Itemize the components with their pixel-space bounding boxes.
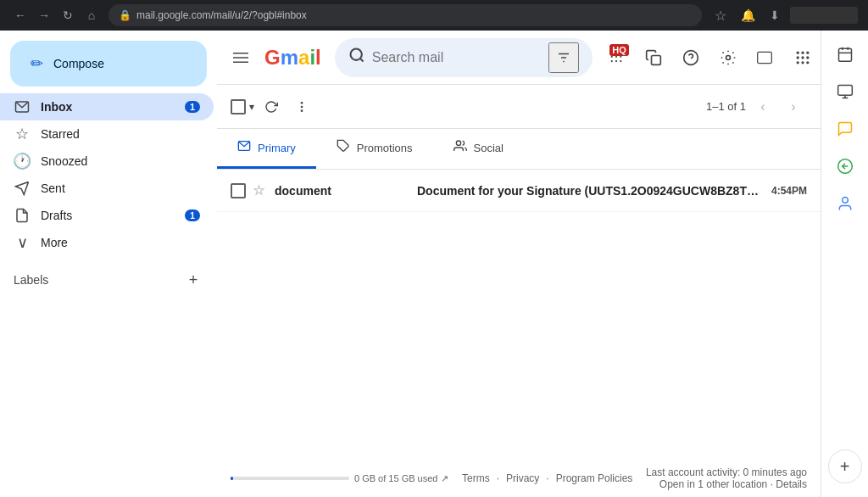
storage-text: 0 GB of 15 GB used ↗ <box>354 473 448 484</box>
extension-button[interactable]: 🔔 <box>736 3 760 27</box>
svg-rect-15 <box>651 55 660 64</box>
settings-button[interactable] <box>711 41 745 75</box>
svg-point-18 <box>726 55 730 59</box>
right-panel: + <box>821 31 868 497</box>
promotions-tab-label: Promotions <box>357 142 413 154</box>
add-label-button[interactable]: + <box>183 270 203 290</box>
social-tab-label: Social <box>474 142 504 154</box>
download-button[interactable]: ⬇ <box>763 3 787 27</box>
footer-links: Terms · Privacy · Program Policies <box>455 472 638 484</box>
svg-point-20 <box>796 51 798 53</box>
table-row[interactable]: ☆ document Document for your Signature (… <box>217 170 821 212</box>
browser-chrome: ← → ↻ ⌂ 🔒 mail.google.com/mail/u/2/?ogbl… <box>0 0 868 31</box>
tab-promotions[interactable]: Promotions <box>316 129 433 169</box>
sidebar: ✏ Compose Inbox 1 ☆ Starred 🕐 Snoozed Se… <box>0 31 217 497</box>
email-star[interactable]: ☆ <box>253 182 264 198</box>
terms-link[interactable]: Terms <box>462 472 490 484</box>
pagination-info: 1–1 of 1 <box>706 100 746 113</box>
svg-point-29 <box>301 102 303 104</box>
svg-point-12 <box>610 59 612 61</box>
email-list: ☆ document Document for your Signature (… <box>217 170 821 460</box>
email-time: 4:54PM <box>771 185 807 197</box>
compose-button[interactable]: ✏ Compose <box>10 41 207 87</box>
select-dropdown-icon[interactable]: ▾ <box>249 101 254 113</box>
email-subject-preview: Document for your Signature (UUTS1.2O092… <box>417 184 765 198</box>
sidebar-item-snoozed[interactable]: 🕐 Snoozed <box>0 148 214 175</box>
primary-tab-icon <box>237 139 251 156</box>
main-content: Gmail HQ <box>217 31 821 497</box>
right-panel-tasks-icon[interactable] <box>828 75 862 109</box>
more-label: More <box>41 236 200 249</box>
url-bar[interactable]: 🔒 mail.google.com/mail/u/2/?ogbl#inbox <box>108 4 702 26</box>
app-container: ✏ Compose Inbox 1 ☆ Starred 🕐 Snoozed Se… <box>0 31 868 497</box>
svg-point-44 <box>842 198 848 204</box>
apps-button[interactable]: HQ <box>599 41 633 75</box>
inbox-icon <box>14 99 31 114</box>
gmail-logo: Gmail <box>264 46 321 70</box>
right-panel-calendar-icon[interactable] <box>828 37 862 71</box>
sent-icon <box>14 181 31 196</box>
lock-icon: 🔒 <box>119 9 131 21</box>
search-input[interactable] <box>372 50 542 65</box>
svg-point-14 <box>620 59 621 61</box>
prev-page-button[interactable]: ‹ <box>749 93 776 120</box>
sidebar-item-inbox[interactable]: Inbox 1 <box>0 93 214 120</box>
forward-button[interactable]: → <box>34 5 54 25</box>
more-options-button[interactable] <box>288 93 315 120</box>
refresh-button[interactable] <box>258 93 285 120</box>
program-policies-link[interactable]: Program Policies <box>556 472 633 484</box>
search-icon <box>348 47 365 68</box>
labels-section: Labels + <box>0 263 217 297</box>
open-storage-icon[interactable]: ↗ <box>441 473 448 484</box>
header-actions: HQ R <box>599 41 821 75</box>
storage-section: 0 GB of 15 GB used ↗ <box>231 473 448 484</box>
back-button[interactable]: ← <box>10 5 31 25</box>
browser-actions: ☆ 🔔 ⬇ <box>709 3 858 27</box>
profile-picture[interactable] <box>748 41 782 75</box>
svg-rect-1 <box>233 53 248 54</box>
svg-point-13 <box>615 59 617 61</box>
help-button[interactable] <box>674 41 708 75</box>
search-filter-button[interactable] <box>548 42 579 73</box>
primary-tab-label: Primary <box>258 142 296 154</box>
open-other-location: Open in 1 other location · Details <box>646 478 807 490</box>
storage-bar <box>231 477 349 480</box>
email-checkbox[interactable] <box>231 183 246 198</box>
sidebar-item-starred[interactable]: ☆ Starred <box>0 120 214 148</box>
tabs-row: Primary Promotions Social <box>217 129 821 170</box>
search-bar[interactable] <box>335 38 593 77</box>
hamburger-button[interactable] <box>224 41 258 75</box>
inbox-label: Inbox <box>41 100 175 114</box>
home-button[interactable]: ⌂ <box>81 5 102 25</box>
details-link[interactable]: Details <box>776 478 807 490</box>
footer-dot-1: · <box>497 472 499 484</box>
right-panel-add-button[interactable]: + <box>828 450 862 483</box>
tab-primary[interactable]: Primary <box>217 129 316 169</box>
svg-rect-2 <box>233 57 248 59</box>
tab-social[interactable]: Social <box>433 129 524 169</box>
right-panel-chat-icon[interactable] <box>828 112 862 146</box>
compose-label: Compose <box>53 57 104 70</box>
email-subject: Document for your Signature (UUTS1.2O092… <box>417 184 765 198</box>
right-panel-contacts-icon[interactable] <box>828 187 862 221</box>
sidebar-item-sent[interactable]: Sent <box>0 175 214 202</box>
email-toolbar: ▾ 1–1 of 1 ‹ › <box>217 85 821 129</box>
svg-point-21 <box>801 51 804 53</box>
sent-label: Sent <box>41 181 200 195</box>
right-panel-meet-icon[interactable] <box>828 149 862 183</box>
google-apps-button[interactable] <box>786 41 820 75</box>
social-tab-icon <box>453 139 467 156</box>
reload-button[interactable]: ↻ <box>58 5 78 25</box>
svg-point-24 <box>801 56 804 59</box>
next-page-button[interactable]: › <box>780 93 807 120</box>
snoozed-label: Snoozed <box>41 154 200 168</box>
sidebar-item-drafts[interactable]: Drafts 1 <box>0 202 214 229</box>
privacy-link[interactable]: Privacy <box>506 472 539 484</box>
url-text: mail.google.com/mail/u/2/?ogbl#inbox <box>136 9 692 21</box>
sidebar-item-more[interactable]: ∨ More <box>0 229 214 256</box>
svg-point-27 <box>801 61 804 64</box>
copy-button[interactable] <box>637 41 670 75</box>
star-button[interactable]: ☆ <box>709 3 732 27</box>
select-all-checkbox[interactable] <box>231 99 246 114</box>
footer-bar: 0 GB of 15 GB used ↗ Terms · Privacy · P… <box>217 460 821 497</box>
